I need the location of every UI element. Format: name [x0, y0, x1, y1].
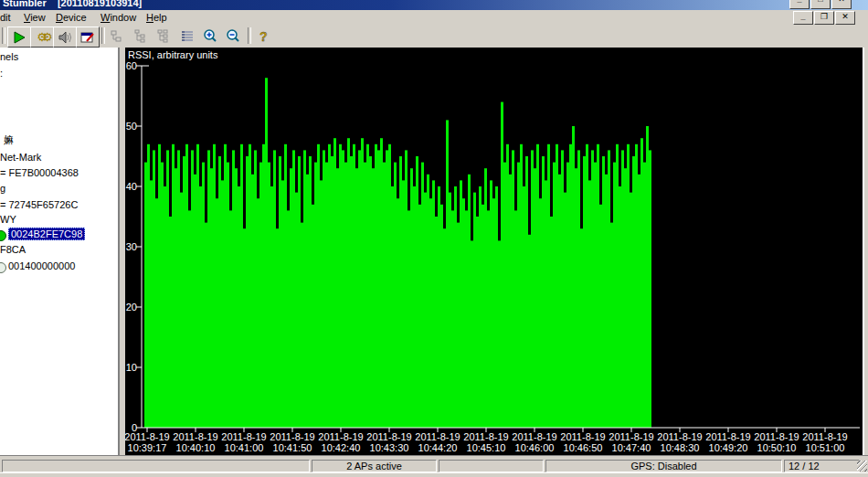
svg-text:10:48:30: 10:48:30 [661, 442, 700, 453]
tree-item-0[interactable]: nels [0, 51, 18, 63]
expand-all-icon-glyph [156, 28, 173, 45]
details-view-icon-glyph [179, 28, 196, 45]
svg-text:2011-8-19: 2011-8-19 [221, 431, 266, 442]
status-panel-gps: GPS: Disabled [545, 460, 782, 472]
rssi-chart-svg: 01020304050602011-8-1910:39:172011-8-191… [125, 48, 863, 455]
details-view-icon[interactable] [176, 26, 198, 46]
menu-item-view[interactable]: View [22, 11, 48, 25]
svg-text:40: 40 [126, 181, 137, 192]
speaker-icon-glyph [57, 29, 73, 46]
status-panel-main [2, 460, 310, 472]
tree-item-3[interactable]: Net-Mark [0, 152, 41, 164]
collapse-tree-icon-glyph [109, 28, 125, 45]
close-button[interactable]: ✕ [831, 0, 852, 9]
tree-item-label: Net-Mark [0, 152, 41, 163]
tree-item-label: WY [0, 214, 16, 225]
tree-item-label: : [0, 68, 3, 79]
help-icon[interactable]: ? [252, 26, 274, 46]
menu-item-device[interactable]: Device [54, 11, 89, 25]
expand-branch-icon-glyph [132, 28, 149, 45]
pale-dot-ap-icon [0, 262, 6, 273]
caption-button-group: _ □ ✕ [789, 0, 852, 9]
tree-item-9[interactable]: F8CA [0, 244, 26, 256]
svg-text:2011-8-19: 2011-8-19 [512, 431, 556, 442]
tree-item-7[interactable]: WY [0, 214, 16, 226]
tree-item-label: = 72745F65726C [0, 199, 78, 210]
toolbar-separator [248, 27, 251, 44]
svg-text:2011-8-19: 2011-8-19 [560, 431, 605, 442]
svg-text:10: 10 [126, 362, 137, 373]
zoom-in-icon[interactable] [199, 26, 221, 46]
menu-item-help[interactable]: Help [144, 11, 169, 25]
gears-options-icon[interactable]: ⚙⚙ [30, 26, 54, 48]
toolbar-grip [2, 27, 5, 44]
toolbar-separator [101, 27, 105, 44]
svg-text:10:41:00: 10:41:00 [225, 442, 264, 453]
tree-item-5[interactable]: g [0, 183, 5, 195]
tree-item-2[interactable]: 纟嫲 [0, 134, 14, 146]
svg-text:10:51:00: 10:51:00 [806, 442, 845, 453]
svg-text:30: 30 [126, 241, 137, 252]
window-title: Stumbler [20110819103914] [3, 0, 142, 8]
mdi-close-button[interactable]: ✕ [835, 11, 855, 25]
expand-branch-icon [130, 26, 152, 46]
properties-icon-glyph [79, 29, 96, 46]
svg-text:2011-8-19: 2011-8-19 [173, 431, 217, 442]
svg-text:50: 50 [126, 121, 137, 132]
svg-text:2011-8-19: 2011-8-19 [366, 431, 411, 442]
rssi-chart[interactable]: 01020304050602011-8-1910:39:172011-8-191… [125, 48, 863, 455]
network-tree-panel[interactable]: nels:纟嫲Net-Mark= FE7B00004368g= 72745F65… [0, 48, 118, 455]
collapse-tree-icon [106, 26, 128, 46]
minimize-button[interactable]: _ [789, 0, 810, 9]
speaker-icon[interactable] [53, 26, 77, 48]
mdi-button-group: _ ❐ ✕ [793, 11, 855, 25]
menu-item-window[interactable]: Window [99, 11, 138, 25]
tree-item-1[interactable]: : [0, 68, 3, 80]
svg-text:20: 20 [126, 302, 137, 313]
svg-text:10:46:50: 10:46:50 [564, 442, 603, 453]
zoom-in-icon-glyph [202, 28, 218, 45]
zoom-out-icon-glyph [225, 28, 241, 45]
tree-item-label: F8CA [0, 244, 26, 255]
expand-all-icon [153, 26, 175, 46]
svg-text:2011-8-19: 2011-8-19 [657, 431, 702, 442]
tree-item-8[interactable]: 0024B2FE7C98 [0, 228, 85, 240]
svg-text:2011-8-19: 2011-8-19 [463, 431, 508, 442]
help-icon-glyph: ? [255, 28, 271, 45]
title-bar[interactable]: Stumbler [20110819103914] _ □ ✕ [0, 0, 868, 10]
svg-text:2011-8-19: 2011-8-19 [705, 431, 750, 442]
mdi-restore-button[interactable]: ❐ [814, 11, 834, 25]
tree-item-label: 纟嫲 [0, 134, 14, 145]
maximize-button[interactable]: □ [810, 0, 831, 9]
window-right-border [864, 10, 868, 455]
gears-glyph: ⚙⚙ [37, 30, 47, 44]
mdi-minimize-button[interactable]: _ [793, 11, 813, 25]
svg-text:10:42:40: 10:42:40 [322, 442, 361, 453]
status-panel-page: 12 / 12 [784, 460, 860, 472]
svg-text:?: ? [259, 29, 268, 44]
svg-text:RSSI, arbitrary units: RSSI, arbitrary units [128, 49, 218, 60]
svg-text:10:45:10: 10:45:10 [467, 442, 506, 453]
status-panel-spare [439, 460, 544, 472]
menu-item-dit[interactable]: dit [0, 11, 13, 25]
play-icon[interactable] [7, 26, 31, 48]
svg-text:2011-8-19: 2011-8-19 [270, 431, 314, 442]
tree-item-label: = FE7B00004368 [0, 167, 79, 178]
menu-bar: ditViewDeviceWindowHelp _ ❐ ✕ [0, 10, 868, 26]
green-dot-ap-icon [0, 230, 6, 241]
svg-text:2011-8-19: 2011-8-19 [802, 431, 847, 442]
window-bottom-border [0, 472, 868, 477]
properties-icon[interactable] [76, 26, 100, 48]
tree-item-4[interactable]: = FE7B00004368 [0, 167, 79, 179]
tree-item-label: 001400000000 [8, 260, 75, 271]
tree-item-10[interactable]: 001400000000 [0, 260, 75, 272]
resize-grip[interactable] [857, 461, 867, 472]
svg-text:2011-8-19: 2011-8-19 [754, 431, 799, 442]
svg-text:2011-8-19: 2011-8-19 [415, 431, 460, 442]
svg-text:2011-8-19: 2011-8-19 [318, 431, 363, 442]
play-icon-glyph [11, 29, 27, 46]
zoom-out-icon[interactable] [222, 26, 244, 46]
svg-text:10:40:10: 10:40:10 [176, 442, 216, 453]
svg-text:2011-8-19: 2011-8-19 [609, 431, 653, 442]
tree-item-6[interactable]: = 72745F65726C [0, 199, 78, 211]
